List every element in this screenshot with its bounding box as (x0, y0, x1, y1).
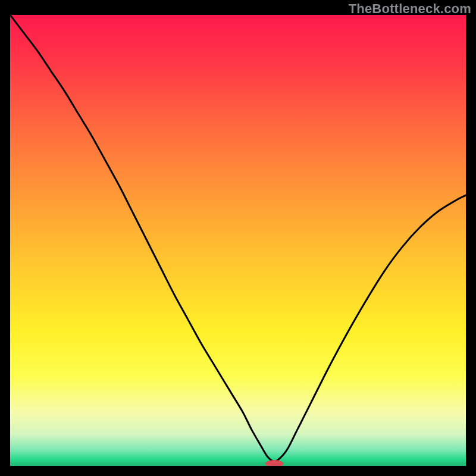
chart-frame: TheBottleneck.com (0, 0, 476, 476)
gradient-background (10, 15, 466, 466)
chart-svg (10, 15, 466, 466)
plot-area (10, 15, 466, 466)
